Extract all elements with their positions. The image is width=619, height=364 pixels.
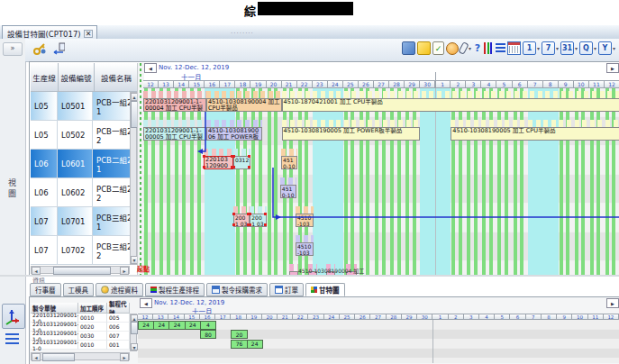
paperclip-icon-caret[interactable]: ▾: [469, 45, 471, 51]
selection-handle: [248, 166, 250, 168]
gantt-bar[interactable]: 0312: [233, 149, 250, 169]
info-gantt-chart[interactable]: 24242424480207624: [138, 320, 619, 363]
day-header: 2: [451, 80, 466, 88]
machine-cell: L07: [31, 236, 58, 265]
gantt-bar[interactable]: 4510-103: [280, 177, 296, 198]
machine-table-vscrollbar[interactable]: ▴ ▾: [130, 92, 137, 265]
info-gantt-prev-button[interactable]: ◀: [140, 298, 152, 308]
gantt-chart[interactable]: 2201031209001-1-00004 加工 CPU半製品4510-1030…: [143, 88, 619, 275]
scale-year-button[interactable]: Y: [598, 41, 612, 55]
info-table-vscrollbar[interactable]: ▴ ▾: [130, 314, 137, 351]
gantt-prev-button[interactable]: ◀: [144, 63, 157, 73]
scale-day-button[interactable]: 1: [523, 41, 536, 55]
scale-year-button-caret[interactable]: ▾: [613, 45, 615, 51]
calendar-icon[interactable]: [507, 41, 521, 55]
scale-quarter-button-caret[interactable]: ▾: [594, 45, 596, 51]
day-header: 8: [543, 80, 559, 88]
paperclip-icon[interactable]: [460, 41, 468, 55]
list-view-button[interactable]: [5, 333, 20, 346]
panel-splitter[interactable]: [0, 275, 619, 277]
list-icon[interactable]: [496, 43, 505, 53]
scale-quarter-button[interactable]: Q: [579, 41, 593, 55]
bar-label: 2201031209001-1-00005 加工 CPU半製品: [143, 127, 206, 141]
yellow-square-icon[interactable]: [417, 41, 431, 55]
info-day-header: 12: [604, 314, 619, 320]
day-header: 28: [389, 80, 405, 88]
gantt-bar[interactable]: 2201031209001-1-00004 加工 CPU半製品: [143, 91, 206, 112]
column-header: 生産線: [31, 63, 59, 92]
gantt-bar[interactable]: 4510-1870421001 加工 CPU半製品: [282, 91, 619, 112]
gantt-bar[interactable]: 4510-10308190006 加工 POWER板半製品: [206, 120, 262, 141]
gantt-bar[interactable]: 2001 0312: [233, 206, 250, 227]
day-header: 21: [282, 80, 297, 88]
gantt-bar[interactable]: 4510-10308190004 加工 CPU半製品: [206, 91, 282, 112]
machine-table-hscrollbar[interactable]: ◂ ▸: [31, 266, 130, 274]
load-cell[interactable]: 24: [168, 321, 185, 330]
machine-row[interactable]: L07L0701PCB三組2-1: [31, 207, 136, 236]
scale-week-button-caret[interactable]: ▾: [556, 45, 559, 51]
load-cell[interactable]: 4: [200, 321, 216, 330]
info-day-header: 4: [479, 314, 495, 320]
selection-handle: [203, 166, 205, 168]
machine-row[interactable]: L07L0702PCB三組2-2: [31, 236, 136, 265]
gantt-bar[interactable]: 4510-10308190005 加工 CPU半製品: [451, 120, 619, 141]
clock-icon[interactable]: [446, 42, 459, 55]
info-gantt-next-button[interactable]: ▶: [606, 298, 619, 308]
info-tab-item[interactable]: 途程資料: [96, 283, 143, 296]
load-cell[interactable]: 24: [153, 321, 169, 330]
machine-row[interactable]: L06L0602PCB二組2-2: [31, 178, 136, 207]
load-cell[interactable]: 80: [200, 330, 216, 339]
gantt-bar[interactable]: 2201031209001-1-00: [204, 149, 233, 169]
gantt-bar[interactable]: 2201031209001-1-00005 加工 CPU半製品: [143, 120, 206, 141]
load-cell[interactable]: 24: [138, 321, 154, 330]
info-cell: 2201031209001-1-0: [31, 341, 78, 350]
bar-teeth: [206, 120, 262, 127]
info-row[interactable]: 2201031209001-1-00010001: [31, 341, 130, 350]
scale-month-button-caret[interactable]: ▾: [575, 45, 578, 51]
info-tab-item[interactable]: 製令採購需求: [206, 283, 268, 296]
scale-month-button[interactable]: 31: [560, 41, 574, 55]
gantt-bar[interactable]: 4510-103: [296, 235, 314, 256]
load-cell[interactable]: 24: [185, 321, 201, 330]
load-cell[interactable]: 76: [231, 340, 247, 349]
load-cell[interactable]: 20: [231, 330, 247, 339]
info-tab-item[interactable]: 工模具: [63, 283, 95, 296]
help-icon[interactable]: ?: [473, 41, 482, 55]
bar-teeth: [289, 264, 298, 271]
load-cell[interactable]: 24: [247, 340, 263, 349]
info-table-hscrollbar[interactable]: ◂ ▸: [31, 352, 130, 360]
equalizer-icon[interactable]: [484, 42, 494, 54]
info-panel: 製令單號加工順序製程代號 2201031209001-1-00010005220…: [29, 296, 619, 364]
machine-row[interactable]: L05L0502PCB一組2-2: [31, 121, 136, 150]
weekend-column: [543, 88, 559, 275]
info-tab-active[interactable]: 甘特圖: [305, 283, 345, 296]
gantt-bar[interactable]: 4510-103: [296, 206, 314, 227]
send-filter-icon[interactable]: [51, 41, 65, 55]
machine-row[interactable]: L05L0501PCB一組2-1: [31, 92, 136, 121]
day-header: 15: [189, 80, 205, 88]
info-tab-item[interactable]: 製程生產排程: [145, 283, 205, 296]
gantt-bar[interactable]: 4510-103: [281, 149, 297, 169]
gantt-bar[interactable]: 2001 0312: [250, 206, 266, 227]
bar-label: 4510-1870421001 加工 CPU半製品: [282, 98, 619, 112]
info-tab-item[interactable]: 訂單: [269, 283, 304, 296]
blue-square-icon[interactable]: [402, 41, 415, 55]
scale-week-button[interactable]: 7: [542, 41, 555, 55]
collapse-button[interactable]: »: [3, 42, 23, 56]
clipboard-check-icon[interactable]: ✓: [432, 41, 444, 55]
axis-tool-button[interactable]: [2, 304, 25, 329]
tab-equipment-gantt[interactable]: 設備甘特圖(CPT017) ✕: [2, 25, 97, 40]
column-header: 設備編號: [59, 63, 95, 92]
info-cell: 0010: [78, 341, 107, 350]
work-stripe: [566, 88, 569, 275]
machine-row[interactable]: L06L0601PCB二組2-1: [31, 150, 136, 178]
info-tab-label: 甘特圖: [319, 285, 340, 295]
day-header: 1: [435, 80, 451, 88]
scale-day-button-caret[interactable]: ▾: [537, 45, 540, 51]
gantt-next-button[interactable]: ▶: [606, 63, 619, 73]
close-icon[interactable]: ✕: [84, 30, 94, 38]
key-settings-icon[interactable]: [32, 41, 46, 55]
gantt-bar[interactable]: [289, 264, 298, 275]
gantt-bar[interactable]: 4510-10308190005 加工 POWER板半製品: [282, 120, 421, 141]
info-tab-item[interactable]: 行事曆: [30, 283, 61, 296]
